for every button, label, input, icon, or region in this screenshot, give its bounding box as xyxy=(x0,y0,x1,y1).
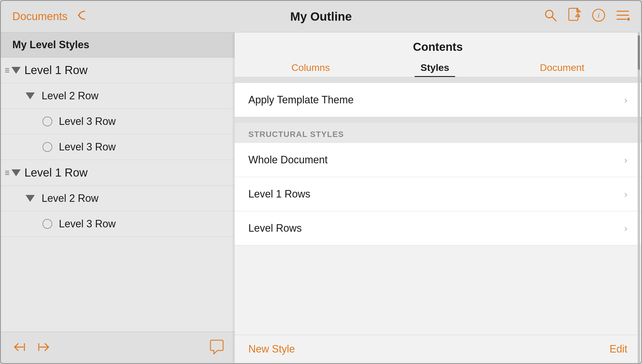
scrollbar-handle[interactable] xyxy=(638,35,640,70)
contents-body: Apply Template Theme › STRUCTURAL STYLES… xyxy=(235,77,641,335)
list-item[interactable]: Level 2 Row xyxy=(1,186,236,211)
contents-tabs: Columns Styles Document xyxy=(246,59,630,77)
apply-template-button[interactable]: Apply Template Theme › xyxy=(235,83,641,117)
svg-point-10 xyxy=(627,18,630,21)
svg-line-1 xyxy=(552,17,556,21)
level1-rows-button[interactable]: Level 1 Rows › xyxy=(235,177,641,211)
page-title: My Outline xyxy=(218,10,424,24)
list-item[interactable]: Level 1 Row xyxy=(1,160,236,186)
svg-line-13 xyxy=(15,347,18,351)
circle-icon xyxy=(41,141,54,153)
chevron-right-icon: › xyxy=(624,95,627,105)
chevron-right-icon: › xyxy=(624,189,627,200)
chevron-right-icon: › xyxy=(624,223,627,234)
section-header-label: STRUCTURAL STYLES xyxy=(248,130,344,139)
row-label: Level 2 Row xyxy=(42,90,98,102)
whole-document-label: Whole Document xyxy=(248,154,328,166)
contents-panel: Contents Columns Styles Document Apply T… xyxy=(235,32,641,363)
edit-button[interactable]: Edit xyxy=(610,343,627,355)
contents-footer: New Style Edit xyxy=(235,335,641,363)
list-item[interactable]: Level 1 Row xyxy=(1,57,236,83)
structural-styles-header: STRUCTURAL STYLES xyxy=(235,123,641,143)
notes-triangle-icon xyxy=(7,64,19,77)
outline-header-title: My Level Styles xyxy=(12,39,89,51)
indent-right-button[interactable] xyxy=(36,340,51,356)
list-item[interactable]: Level 3 Row xyxy=(1,109,236,134)
search-icon[interactable] xyxy=(544,8,557,25)
tab-document[interactable]: Document xyxy=(534,59,590,77)
row-label: Level 3 Row xyxy=(59,218,116,230)
tab-columns[interactable]: Columns xyxy=(286,59,336,77)
row-label: Level 2 Row xyxy=(42,192,98,204)
notes-triangle-icon xyxy=(7,166,19,179)
list-item[interactable]: Level 2 Row xyxy=(1,83,236,109)
triangle-icon xyxy=(24,192,36,205)
list-item[interactable]: Level 3 Row xyxy=(1,134,236,160)
svg-line-12 xyxy=(15,344,18,347)
chevron-right-icon: › xyxy=(624,155,627,165)
list-item[interactable]: Level 3 Row xyxy=(1,211,236,237)
contents-title: Contents xyxy=(246,40,630,53)
documents-button[interactable]: Documents xyxy=(12,10,67,23)
row-label: Level 1 Row xyxy=(24,64,88,77)
svg-point-4 xyxy=(578,16,580,17)
row-label: Level 1 Row xyxy=(24,166,88,179)
contents-header: Contents Columns Styles Document xyxy=(235,32,641,77)
toolbar-indent-controls xyxy=(12,340,51,356)
svg-point-3 xyxy=(575,16,577,17)
section-divider xyxy=(235,77,641,83)
outline-header: My Level Styles xyxy=(1,32,236,57)
row-label: Level 3 Row xyxy=(59,115,116,127)
svg-line-17 xyxy=(45,347,49,351)
svg-text:i: i xyxy=(597,11,600,20)
comment-button[interactable] xyxy=(209,340,225,356)
svg-line-16 xyxy=(45,344,49,347)
app-container: Documents My Outline xyxy=(0,0,642,364)
nav-bar: Documents My Outline xyxy=(1,1,641,32)
bottom-toolbar xyxy=(1,332,236,363)
nav-right: i xyxy=(424,8,630,26)
new-style-button[interactable]: New Style xyxy=(248,343,295,355)
whole-document-button[interactable]: Whole Document › xyxy=(235,143,641,177)
nav-left: Documents xyxy=(12,9,218,24)
row-label: Level 3 Row xyxy=(59,141,116,153)
outline-panel: My Level Styles xyxy=(1,32,236,363)
scrollbar-track[interactable] xyxy=(638,32,640,363)
outline-rows: Level 1 Row Level 2 Row Level 3 Row xyxy=(1,57,236,363)
indent-left-button[interactable] xyxy=(12,340,27,356)
triangle-icon xyxy=(24,90,36,102)
export-icon[interactable] xyxy=(568,8,581,26)
back-button[interactable] xyxy=(76,9,90,24)
circle-icon xyxy=(41,115,54,128)
content-area: My Level Styles xyxy=(1,32,641,363)
level1-rows-label: Level 1 Rows xyxy=(248,188,310,200)
circle-icon xyxy=(41,218,54,230)
info-icon[interactable]: i xyxy=(592,8,606,25)
section-divider-2 xyxy=(235,117,641,123)
menu-icon[interactable] xyxy=(616,9,630,24)
level-rows-label: Level Rows xyxy=(248,222,302,234)
tab-styles[interactable]: Styles xyxy=(415,59,455,77)
apply-template-label: Apply Template Theme xyxy=(248,94,354,106)
level-rows-button[interactable]: Level Rows › xyxy=(235,211,641,245)
